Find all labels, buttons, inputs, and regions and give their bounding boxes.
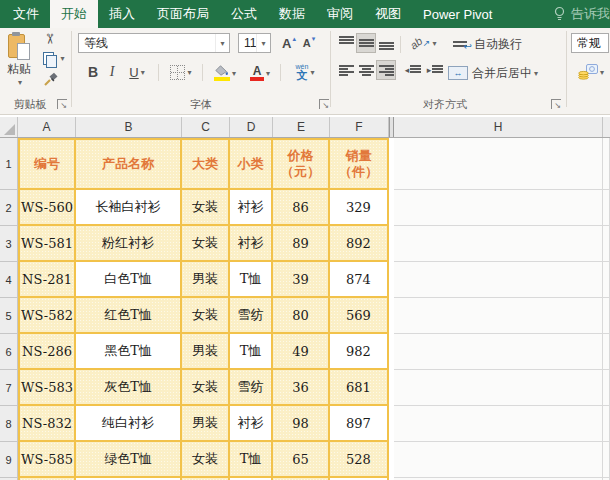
align-center-button[interactable] — [356, 60, 376, 80]
row-header-7[interactable]: 7 — [0, 370, 18, 406]
cell-F1[interactable]: 销量 （件） — [330, 138, 389, 190]
cell-E9[interactable]: 65 — [273, 442, 330, 478]
cell-E3[interactable]: 89 — [273, 226, 330, 262]
cell-C7[interactable]: 女装 — [182, 370, 230, 406]
col-header-partial[interactable] — [603, 117, 610, 137]
cell-I6[interactable] — [603, 334, 610, 370]
align-right-button[interactable] — [376, 60, 396, 80]
cell-B9[interactable]: 绿色T恤 — [76, 442, 182, 478]
cell-B2[interactable]: 长袖白衬衫 — [76, 190, 182, 226]
cell-C3[interactable]: 女装 — [182, 226, 230, 262]
cell-H1[interactable] — [394, 138, 603, 190]
cell-B5[interactable]: 红色T恤 — [76, 298, 182, 334]
cell-A7[interactable]: WS-583 — [18, 370, 76, 406]
decrease-font-size-button[interactable]: A ▾ — [300, 33, 318, 53]
cell-C6[interactable]: 男装 — [182, 334, 230, 370]
cell-A1[interactable]: 编号 — [18, 138, 76, 190]
align-top-button[interactable] — [336, 33, 356, 53]
cell-A3[interactable]: WS-581 — [18, 226, 76, 262]
cell-E4[interactable]: 39 — [273, 262, 330, 298]
merge-dropdown-arrow[interactable]: ▾ — [534, 69, 538, 78]
cell-E1[interactable]: 价格 （元） — [273, 138, 330, 190]
col-header-B[interactable]: B — [76, 117, 182, 137]
cell-H7[interactable] — [394, 370, 603, 406]
italic-button[interactable]: I — [104, 62, 120, 82]
font-dialog-launcher[interactable]: ↘ — [319, 99, 329, 109]
cell-C4[interactable]: 男装 — [182, 262, 230, 298]
cell-B4[interactable]: 白色T恤 — [76, 262, 182, 298]
select-all-button[interactable] — [0, 117, 18, 137]
font-size-dropdown-arrow[interactable]: ▾ — [256, 34, 270, 52]
tell-me-box[interactable]: 告诉我 — [553, 0, 610, 28]
font-color-dropdown-arrow[interactable]: ▾ — [266, 69, 270, 78]
cell-E6[interactable]: 49 — [273, 334, 330, 370]
cell-C2[interactable]: 女装 — [182, 190, 230, 226]
cell-D6[interactable]: T恤 — [230, 334, 273, 370]
col-header-D[interactable]: D — [230, 117, 273, 137]
cell-B1[interactable]: 产品名称 — [76, 138, 182, 190]
cell-I2[interactable] — [603, 190, 610, 226]
cell-I1[interactable] — [603, 138, 610, 190]
tab-formulas[interactable]: 公式 — [220, 0, 268, 28]
cell-E5[interactable]: 80 — [273, 298, 330, 334]
tab-page-layout[interactable]: 页面布局 — [146, 0, 220, 28]
cell-I7[interactable] — [603, 370, 610, 406]
col-header-F[interactable]: F — [330, 117, 389, 137]
accounting-format-button[interactable]: ▾ — [573, 61, 609, 83]
cell-A9[interactable]: WS-585 — [18, 442, 76, 478]
accounting-dropdown-arrow[interactable]: ▾ — [600, 68, 604, 77]
tab-insert[interactable]: 插入 — [98, 0, 146, 28]
cell-A2[interactable]: WS-560 — [18, 190, 76, 226]
tab-home[interactable]: 开始 — [50, 0, 98, 28]
cell-B6[interactable]: 黑色T恤 — [76, 334, 182, 370]
cell-I4[interactable] — [603, 262, 610, 298]
cell-F2[interactable]: 329 — [330, 190, 389, 226]
cut-button[interactable]: ✂ — [38, 31, 62, 47]
cell-H5[interactable] — [394, 298, 603, 334]
cell-H8[interactable] — [394, 406, 603, 442]
align-middle-button[interactable] — [356, 33, 376, 53]
font-name-combo[interactable]: 等线 ▾ — [78, 33, 230, 53]
cell-C1[interactable]: 大类 — [182, 138, 230, 190]
cell-A5[interactable]: WS-582 — [18, 298, 76, 334]
align-left-button[interactable] — [336, 60, 356, 80]
cell-H2[interactable] — [394, 190, 603, 226]
row-header-8[interactable]: 8 — [0, 406, 18, 442]
row-header-5[interactable]: 5 — [0, 298, 18, 334]
cell-E2[interactable]: 86 — [273, 190, 330, 226]
cell-D3[interactable]: 衬衫 — [230, 226, 273, 262]
cell-B8[interactable]: 纯白衬衫 — [76, 406, 182, 442]
tab-review[interactable]: 审阅 — [316, 0, 364, 28]
col-header-H[interactable]: H — [394, 117, 603, 137]
align-bottom-button[interactable] — [376, 33, 396, 53]
orientation-button[interactable]: ab ↗ ▾ — [406, 33, 440, 53]
underline-dropdown-arrow[interactable]: ▾ — [141, 68, 145, 77]
tab-power-pivot[interactable]: Power Pivot — [412, 0, 503, 28]
cell-D5[interactable]: 雪纺 — [230, 298, 273, 334]
cell-E8[interactable]: 98 — [273, 406, 330, 442]
row-header-1[interactable]: 1 — [0, 138, 18, 190]
cell-D8[interactable]: 衬衫 — [230, 406, 273, 442]
cell-A6[interactable]: NS-286 — [18, 334, 76, 370]
alignment-dialog-launcher[interactable]: ↘ — [551, 99, 561, 109]
cell-I8[interactable] — [603, 406, 610, 442]
tab-file[interactable]: 文件 — [2, 0, 50, 28]
fill-color-dropdown-arrow[interactable]: ▾ — [232, 69, 236, 78]
cell-C9[interactable]: 女装 — [182, 442, 230, 478]
cell-A8[interactable]: NS-832 — [18, 406, 76, 442]
cell-I5[interactable] — [603, 298, 610, 334]
cell-H6[interactable] — [394, 334, 603, 370]
clipboard-dialog-launcher[interactable]: ↘ — [57, 99, 67, 109]
cell-D9[interactable]: T恤 — [230, 442, 273, 478]
cell-B7[interactable]: 灰色T恤 — [76, 370, 182, 406]
row-header-6[interactable]: 6 — [0, 334, 18, 370]
col-header-E[interactable]: E — [273, 117, 330, 137]
row-header-4[interactable]: 4 — [0, 262, 18, 298]
increase-font-size-button[interactable]: A ▴ — [280, 33, 298, 53]
cell-C5[interactable]: 女装 — [182, 298, 230, 334]
phonetic-guide-button[interactable]: wén 文 ▾ — [286, 59, 324, 85]
merge-center-button[interactable]: ↔ 合并后居中 ▾ — [448, 62, 538, 84]
increase-indent-button[interactable]: ▸ — [424, 60, 445, 80]
cell-E7[interactable]: 36 — [273, 370, 330, 406]
row-header-3[interactable]: 3 — [0, 226, 18, 262]
